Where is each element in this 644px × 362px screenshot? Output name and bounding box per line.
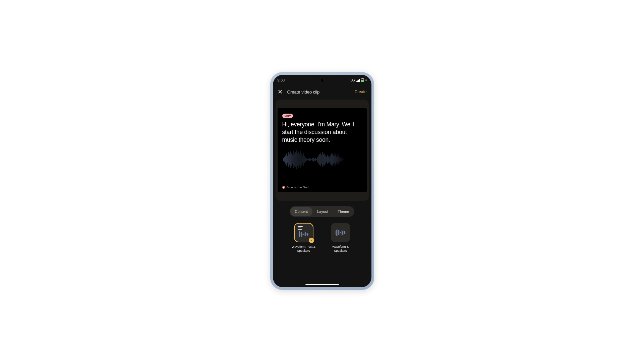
svg-rect-81 (309, 233, 309, 235)
svg-rect-93 (342, 231, 343, 235)
svg-rect-18 (298, 152, 298, 168)
svg-rect-83 (336, 231, 336, 235)
svg-rect-75 (305, 231, 305, 237)
svg-rect-67 (299, 231, 300, 237)
svg-rect-19 (299, 154, 299, 165)
svg-rect-42 (322, 152, 322, 167)
tab-content[interactable]: Content (290, 207, 313, 216)
svg-rect-60 (340, 158, 340, 162)
svg-rect-84 (336, 230, 337, 236)
svg-rect-66 (299, 232, 299, 236)
svg-rect-37 (317, 157, 317, 162)
svg-rect-80 (308, 234, 308, 235)
svg-rect-87 (338, 230, 339, 235)
svg-rect-90 (340, 232, 341, 233)
option-waveform-text-speakers[interactable]: ✓ Waveform, Text & Speakers (290, 223, 317, 253)
svg-rect-74 (304, 233, 304, 236)
svg-rect-9 (289, 154, 289, 165)
svg-rect-92 (342, 230, 342, 236)
status-dot-icon (365, 79, 367, 81)
check-icon: ✓ (309, 238, 314, 243)
svg-rect-72 (303, 232, 303, 237)
recorded-label: Recorded on Pixel (287, 186, 308, 189)
svg-rect-47 (327, 155, 327, 164)
svg-rect-41 (321, 155, 321, 164)
svg-rect-16 (296, 150, 296, 169)
svg-rect-95 (344, 230, 344, 235)
svg-rect-27 (307, 159, 307, 160)
svg-rect-3 (283, 158, 283, 161)
option-label-1: Waveform, Text & Speakers (290, 245, 317, 253)
svg-rect-20 (300, 151, 300, 168)
svg-rect-29 (309, 158, 309, 161)
svg-rect-2 (362, 78, 363, 78)
svg-rect-54 (334, 156, 334, 163)
svg-rect-15 (295, 152, 295, 167)
svg-rect-26 (306, 158, 306, 161)
svg-rect-55 (335, 154, 335, 166)
svg-rect-25 (305, 158, 305, 162)
svg-rect-98 (346, 232, 346, 234)
svg-rect-48 (328, 156, 328, 163)
svg-rect-56 (336, 156, 336, 164)
phone-frame: 9:30 5G ✕ Create video clip Create Mary … (270, 72, 374, 290)
svg-rect-17 (297, 153, 297, 166)
preview-container: Mary Hi, everyone. I'm Mary. We'll start… (276, 100, 369, 201)
svg-rect-82 (335, 232, 335, 234)
waveform-visual (282, 149, 362, 170)
tab-layout[interactable]: Layout (312, 207, 333, 216)
home-indicator[interactable] (305, 284, 339, 285)
svg-rect-1 (361, 80, 364, 82)
svg-rect-88 (339, 231, 339, 234)
svg-rect-39 (319, 154, 319, 165)
svg-rect-24 (304, 156, 304, 163)
svg-rect-94 (343, 232, 343, 234)
content-options: ✓ Waveform, Text & Speakers Waveform & S… (273, 223, 371, 253)
recorder-app-icon (282, 186, 285, 189)
svg-rect-31 (311, 159, 311, 160)
svg-rect-30 (310, 159, 310, 161)
svg-rect-32 (312, 158, 312, 161)
svg-rect-43 (323, 154, 323, 165)
battery-icon (361, 78, 364, 82)
svg-rect-6 (286, 154, 286, 166)
status-indicators: 5G (350, 78, 366, 82)
waveform-icon (298, 230, 310, 238)
svg-rect-62 (342, 157, 342, 162)
svg-rect-28 (308, 159, 308, 161)
svg-rect-22 (302, 156, 302, 164)
app-bar: ✕ Create video clip Create (273, 85, 371, 98)
svg-rect-23 (303, 153, 303, 166)
svg-rect-38 (318, 156, 318, 164)
speaker-chip: Mary (282, 114, 293, 118)
text-lines-icon (298, 226, 303, 230)
svg-rect-14 (294, 154, 294, 166)
svg-rect-73 (303, 234, 304, 235)
option-tile-1: ✓ (294, 223, 313, 242)
svg-rect-34 (314, 159, 314, 161)
option-tile-2 (331, 223, 350, 242)
svg-rect-11 (291, 153, 291, 166)
svg-rect-21 (301, 154, 301, 166)
svg-rect-50 (330, 156, 330, 164)
svg-rect-85 (337, 231, 337, 234)
svg-rect-52 (332, 153, 332, 166)
front-camera (320, 79, 324, 82)
svg-rect-33 (313, 158, 313, 162)
tab-theme[interactable]: Theme (333, 207, 354, 216)
svg-rect-86 (338, 229, 338, 236)
waveform-icon (335, 229, 347, 237)
svg-rect-45 (325, 156, 325, 164)
status-time: 9:30 (278, 78, 285, 82)
close-icon[interactable]: ✕ (278, 89, 283, 95)
svg-rect-71 (302, 233, 302, 236)
svg-rect-59 (339, 156, 339, 163)
recorded-label-row: Recorded on Pixel (282, 186, 362, 189)
option-label-2: Waveform & Speakers (327, 245, 354, 253)
svg-rect-13 (293, 151, 293, 168)
option-waveform-speakers[interactable]: Waveform & Speakers (327, 223, 354, 253)
svg-rect-91 (341, 231, 341, 234)
create-button[interactable]: Create (354, 89, 366, 94)
svg-rect-10 (290, 152, 290, 168)
svg-rect-69 (301, 231, 301, 238)
